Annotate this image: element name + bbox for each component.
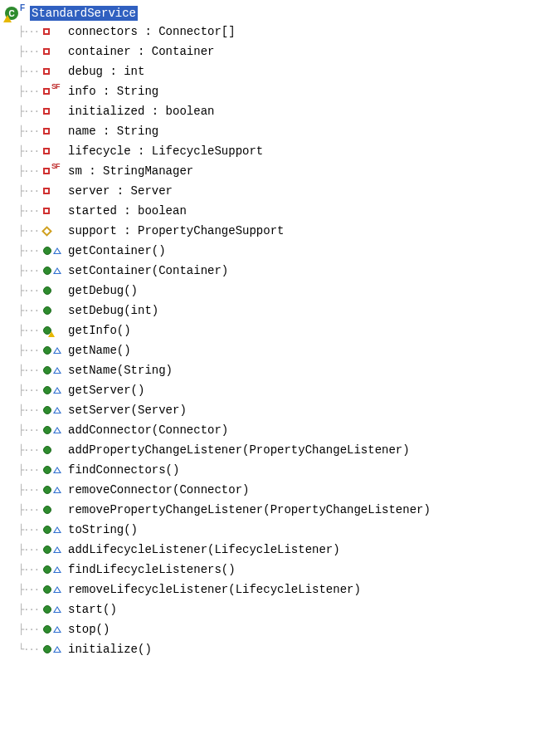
tree-item[interactable]: ├···server : Server [18,181,557,201]
tree-item[interactable]: ├···started : boolean [18,201,557,221]
circle-icon [43,426,51,434]
tree-item[interactable]: ├···setContainer(Container) [18,261,557,281]
public-method-icon [43,565,68,574]
circle-icon [43,605,51,614]
tree-item[interactable]: ├···findConnectors() [18,460,557,480]
tree-connector: ├··· [18,325,43,336]
tree-item[interactable]: └···initialize() [18,639,557,659]
square-icon [43,208,50,214]
tree-connector: ├··· [18,564,43,575]
member-label: support : PropertyChangeSupport [68,224,284,237]
tree-item[interactable]: ├···removePropertyChangeListener(Propert… [18,500,557,520]
tree-item[interactable]: ├···lifecycle : LifecycleSupport [18,141,557,161]
member-label: setName(String) [68,364,173,377]
circle-icon [43,565,51,574]
tree-item[interactable]: ├···getContainer() [18,241,557,261]
public-method-icon [43,526,68,534]
member-label: sm : StringManager [68,164,193,178]
circle-icon [43,546,51,554]
member-label: server : Server [68,184,173,198]
tree-item[interactable]: ├···stop() [18,619,557,639]
tree-item[interactable]: ├···initialized : boolean [18,101,557,121]
tree-item[interactable]: ├···getDebug() [18,281,557,301]
circle-icon [43,386,51,394]
tree-item[interactable]: ├···support : PropertyChangeSupport [18,221,557,241]
private-field-icon: SF [43,88,68,95]
tree-connector: └··· [18,643,43,655]
tree-connector: ├··· [18,305,43,316]
tree-item[interactable]: ├···getName() [18,340,557,360]
tree-item[interactable]: ├···addLifecycleListener(LifecycleListen… [18,540,557,560]
public-method-icon [43,326,68,335]
tree-item[interactable]: ├···toString() [18,520,557,540]
tree-item[interactable]: ├···container : Container [18,42,557,61]
member-label: start() [68,603,117,616]
override-icon [53,487,61,493]
tree-item[interactable]: ├···setName(String) [18,360,557,380]
member-label: findConnectors() [68,463,179,477]
override-icon [53,347,61,354]
tree-item[interactable]: ├···SFsm : StringManager [18,161,557,181]
tree-item[interactable]: ├···connectors : Connector[] [18,22,557,42]
tree-item[interactable]: ├···debug : int [18,61,557,81]
tree-connector: ├··· [18,345,43,356]
tree-item[interactable]: ├···removeLifecycleListener(LifecycleLis… [18,580,557,599]
tree-item[interactable]: ├···addConnector(Connector) [18,420,557,440]
member-label: setServer(Server) [68,404,187,417]
tree-connector: ├··· [18,504,43,516]
tree-connector: ├··· [18,66,43,77]
public-method-icon [43,366,68,374]
circle-icon [43,645,51,653]
tree-item[interactable]: ├···start() [18,599,557,619]
member-label: initialize() [68,643,152,656]
square-icon [43,108,50,115]
tree-item[interactable]: ├···addPropertyChangeListener(PropertyCh… [18,440,557,460]
override-icon [53,427,61,433]
tree-connector: ├··· [18,145,43,157]
member-label: debug : int [68,65,144,78]
tree-item[interactable]: ├···getServer() [18,380,557,400]
member-label: lifecycle : LifecycleSupport [68,144,263,158]
circle-icon [43,446,51,454]
override-icon [53,467,61,473]
private-field-icon [43,188,68,194]
tree-connector: ├··· [18,364,43,376]
public-method-icon [43,466,68,474]
public-method-icon [43,546,68,554]
tree-connector: ├··· [18,185,43,197]
tree-connector: ├··· [18,384,43,396]
tree-item[interactable]: ├···removeConnector(Connector) [18,480,557,500]
public-method-icon [43,386,68,394]
outline-tree[interactable]: C F StandardService ├···connectors : Con… [0,0,560,668]
override-icon [53,546,61,553]
override-icon [53,566,61,573]
class-icon: C F [5,6,28,21]
member-label: initialized : boolean [68,105,214,118]
circle-icon [43,247,51,255]
private-field-icon [43,128,68,135]
tree-item[interactable]: ├···SFinfo : String [18,81,557,101]
member-label: name : String [68,125,158,138]
tree-item[interactable]: ├···name : String [18,121,557,141]
member-label: addPropertyChangeListener(PropertyChange… [68,443,410,457]
tree-connector: ├··· [18,444,43,456]
member-label: setDebug(int) [68,304,158,317]
member-label: getInfo() [68,324,131,337]
tree-connector: ├··· [18,285,43,296]
circle-icon [43,406,51,414]
public-method-icon [43,645,68,653]
tree-connector: ├··· [18,245,43,257]
member-label: getName() [68,344,131,357]
tree-item[interactable]: ├···setDebug(int) [18,301,557,320]
tree-item[interactable]: ├···findLifecycleListeners() [18,560,557,580]
circle-icon [43,346,51,355]
public-method-icon [43,486,68,494]
member-label: toString() [68,523,138,536]
tree-item[interactable]: ├···setServer(Server) [18,400,557,420]
member-label: getContainer() [68,244,166,257]
tree-connector: ├··· [18,86,43,97]
tree-root-node[interactable]: C F StandardService [5,5,557,22]
square-icon [43,48,50,55]
tree-connector: ├··· [18,26,43,37]
tree-item[interactable]: ├···getInfo() [18,320,557,340]
